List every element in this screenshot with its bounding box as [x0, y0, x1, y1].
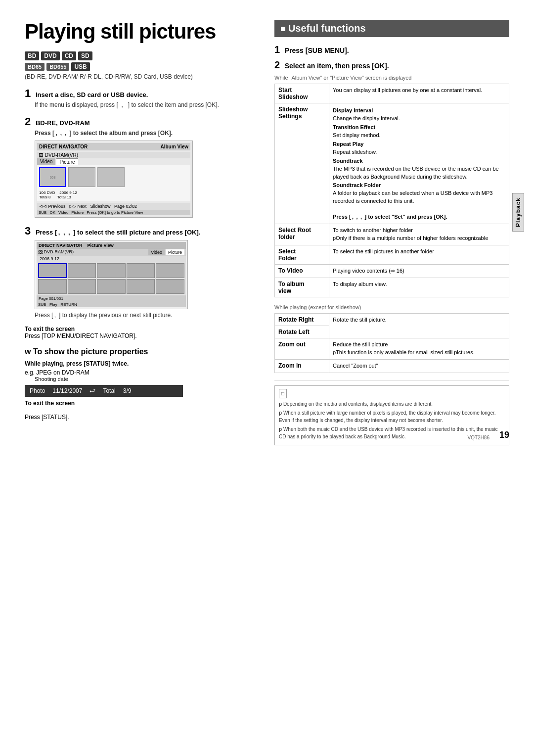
key-rotate-right: Rotate Right	[275, 313, 329, 326]
val-select-root: To switch to another higher folderpOnly …	[329, 224, 509, 245]
screen-1-tabs: Video Picture	[37, 158, 190, 165]
step-1-title: Insert a disc, SD card or USB device.	[36, 91, 148, 98]
key-zoom-out: Zoom out	[275, 338, 329, 359]
val-start-slideshow: You can display still pictures one by on…	[329, 84, 509, 103]
exit-note-2-text: Press [STATUS].	[25, 414, 69, 421]
table-row-select-root: Select Rootfolder To switch to another h…	[275, 224, 509, 245]
screen-2-header: DIRECT NAVIGATOR Picture View	[37, 242, 186, 249]
right-step-1: 1 Press [SUB MENU].	[274, 44, 509, 55]
photo-bar: Photo 11/12/2007 ⮐ Total 3/9	[25, 385, 183, 397]
right-step-2-text: Select an item, then press [OK].	[285, 62, 389, 70]
playback-tab: Playback	[512, 193, 524, 232]
while-text-1: While "Album View" or "Picture View" scr…	[274, 75, 509, 81]
val-select-folder: To select the still pictures in another …	[329, 245, 509, 265]
vqt-code: VQT2H86	[468, 435, 490, 440]
exit-note-1-text: Press [TOP MENU/DIRECT NAVIGATOR].	[25, 332, 137, 339]
thumb-2	[68, 167, 95, 187]
val-zoom-out: Reduce the still picturepThis function i…	[329, 338, 509, 359]
step-3-number: 3	[25, 225, 31, 237]
thumb-s-7	[68, 279, 96, 294]
key-to-album: To albumview	[275, 278, 329, 297]
arrow-icon: ⮐	[89, 387, 95, 394]
key-rotate-left: Rotate Left	[275, 326, 329, 338]
badge-cd: CD	[62, 51, 76, 60]
show-picture-section: To show the picture properties While pla…	[25, 347, 260, 421]
step-2: 2 BD-RE, DVD-RAM Press [ , , , ] to sele…	[25, 115, 260, 218]
screen-1-footer: ⊲⊲ Previous ▷▷ Next Slideshow Page 02/02	[37, 203, 190, 210]
key-to-video: To Video	[275, 265, 329, 278]
table-row-slideshow-start: StartSlideshow You can display still pic…	[275, 84, 509, 103]
subtitle-text: (BD-RE, DVD-RAM/-R/-R DL, CD-R/RW, SD Ca…	[25, 73, 260, 80]
badge-bd655: BD655	[46, 63, 69, 71]
val-zoom-in: Cancel "Zoom out"	[329, 359, 509, 373]
screen-1-header: DIRECT NAVIGATOR Album View	[37, 143, 190, 150]
table-row-slideshow-settings: SlideshowSettings Display Interval Chang…	[275, 103, 509, 224]
step-2-number: 2	[25, 115, 31, 128]
photo-label: Photo	[30, 387, 45, 394]
table-row-zoom-out: Zoom out Reduce the still picturepThis f…	[275, 338, 509, 359]
page-number: 19	[499, 430, 509, 440]
key-select-folder: SelectFolder	[275, 245, 329, 265]
photo-date: 11/12/2007	[52, 387, 82, 394]
while-text-2: While playing (except for slideshow)	[274, 304, 509, 310]
useful-functions-title: Useful functions	[274, 20, 509, 37]
key-select-root: Select Rootfolder	[275, 224, 329, 245]
divider	[274, 380, 509, 380]
badge-bd65: BD65	[25, 63, 44, 71]
badge-usb: USB	[71, 62, 89, 71]
exit-note-2: To exit the screen Press [STATUS].	[25, 400, 260, 421]
val-to-video: Playing video contents (⇨ 16)	[329, 265, 509, 278]
key-slideshow-settings: SlideshowSettings	[275, 103, 329, 224]
note-1: Depending on the media and contents, dis…	[279, 400, 505, 408]
step-2-subtitle: Press [ , , , ] to select the album and …	[35, 130, 260, 137]
table-row-zoom-in: Zoom in Cancel "Zoom out"	[275, 359, 509, 373]
thumb-s-6	[38, 279, 67, 294]
val-to-album: To display album view.	[329, 278, 509, 297]
total-value: 3/9	[123, 387, 132, 394]
screen-2-footer: Page 001/001	[37, 295, 186, 302]
badge-dvd: DVD	[41, 51, 59, 60]
total-label: Total	[103, 387, 115, 394]
step-1-body: If the menu is displayed, press [ , ] to…	[35, 101, 260, 108]
thumb-s-1	[38, 263, 67, 278]
badge-row-2: BD65 BD655 USB	[25, 62, 260, 71]
thumb-s-2	[68, 263, 96, 278]
exit-note-1: To exit the screen Press [TOP MENU/DIREC…	[25, 326, 260, 339]
exit-note-1-title: To exit the screen	[25, 326, 260, 332]
key-start-slideshow: StartSlideshow	[275, 84, 329, 103]
thumb-s-8	[97, 279, 126, 294]
shooting-label: Shooting date	[35, 376, 68, 382]
function-table-1: StartSlideshow You can display still pic…	[274, 84, 509, 297]
table-row-to-album: To albumview To display album view.	[275, 278, 509, 297]
step-1-number: 1	[25, 87, 31, 99]
screen-1-content: 008 106 DVD 2006 9 12Total 8 Total 13	[37, 165, 190, 201]
status-instruction: While playing, press [STATUS] twice.	[25, 360, 260, 367]
example-text: e.g. JPEG on DVD-RAM	[25, 369, 260, 376]
val-rotate: Rotate the still picture.	[329, 313, 509, 338]
screen-1: DIRECT NAVIGATOR Album View 🖾 DVD-RAM(VR…	[35, 141, 193, 218]
note-2: When a still picture with large number o…	[279, 409, 505, 424]
show-picture-title: To show the picture properties	[25, 347, 260, 356]
badge-sd: SD	[78, 51, 92, 60]
exit-note-2-title: To exit the screen	[25, 400, 260, 407]
step-3: 3 Press [ , , , ] to select the still pi…	[25, 225, 260, 319]
thumb-1: 008	[39, 167, 66, 187]
table-row-to-video: To Video Playing video contents (⇨ 16)	[275, 265, 509, 278]
thumb-s-9	[127, 279, 155, 294]
step-3-title: Press [ , , , ] to select the still pict…	[36, 229, 200, 236]
val-slideshow-settings: Display Interval Change the display inte…	[329, 103, 509, 224]
table-row-select-folder: SelectFolder To select the still picture…	[275, 245, 509, 265]
screen-2-grid	[37, 262, 186, 295]
thumb-s-3	[97, 263, 126, 278]
right-column: Useful functions 1 Press [SUB MENU]. 2 S…	[274, 20, 509, 445]
step-3-below: Press [ , ] to display the previous or n…	[35, 312, 260, 319]
thumb-s-10	[156, 279, 184, 294]
table-row-rotate-right: Rotate Right Rotate the still picture.	[275, 313, 509, 326]
page-title: Playing still pictures	[25, 20, 260, 44]
thumb-s-5	[156, 263, 184, 278]
right-step-1-text: Press [SUB MENU].	[285, 47, 349, 54]
thumb-3	[97, 167, 125, 187]
thumb-s-4	[127, 263, 155, 278]
right-step-2: 2 Select an item, then press [OK].	[274, 59, 509, 71]
step-1: 1 Insert a disc, SD card or USB device. …	[25, 87, 260, 108]
